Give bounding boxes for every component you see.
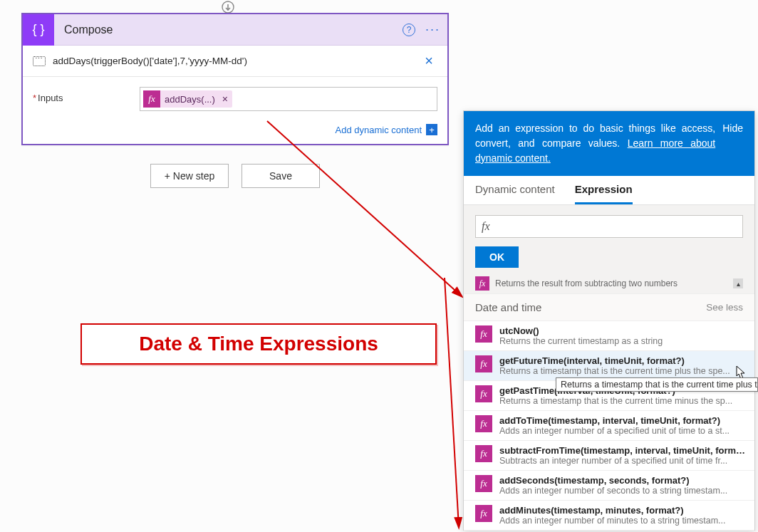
save-button[interactable]: Save — [242, 164, 320, 188]
fx-icon: fx — [475, 385, 492, 402]
compose-action-card: { } Compose ? ··· addDays(triggerBody()[… — [21, 13, 449, 145]
fx-chip-icon: fx — [143, 90, 160, 108]
help-icon[interactable]: ? — [403, 24, 415, 36]
expression-chip[interactable]: fx addDays(...) × — [143, 90, 232, 108]
function-item-subtractfromtime[interactable]: fx subtractFromTime(timestamp, interval,… — [464, 441, 754, 471]
expression-preview-text: addDays(triggerBody()['date'],7,'yyyy-MM… — [53, 56, 420, 66]
function-tooltip: Returns a timestamp that is the current … — [556, 377, 758, 392]
fx-chip-text: addDays(...) — [165, 94, 215, 105]
remove-chip-button[interactable]: × — [219, 93, 231, 105]
category-date-and-time: Date and time See less — [464, 293, 754, 321]
inputs-field[interactable]: fx addDays(...) × — [140, 87, 437, 111]
fx-prefix-icon: fx — [482, 220, 490, 233]
add-dynamic-content-link[interactable]: Add dynamic content + — [336, 124, 437, 135]
expression-icon — [33, 56, 46, 66]
function-item-addseconds[interactable]: fx addSeconds(timestamp, seconds, format… — [464, 471, 754, 501]
inputs-label: *Inputs — [33, 87, 140, 103]
compose-title: Compose — [54, 24, 403, 36]
expression-panel-tabs: Dynamic content Expression — [464, 176, 754, 205]
clear-expression-button[interactable]: × — [420, 53, 437, 69]
hide-panel-button[interactable]: Hide — [722, 121, 743, 136]
fx-icon: fx — [475, 475, 492, 492]
svg-line-1 — [267, 121, 462, 296]
ok-button[interactable]: OK — [475, 246, 519, 268]
expression-preview-row: addDays(triggerBody()['date'],7,'yyyy-MM… — [23, 46, 447, 77]
function-item-getfuturetime[interactable]: fx getFutureTime(interval, timeUnit, for… — [464, 351, 754, 381]
previous-function-row[interactable]: fx Returns the result from subtracting t… — [464, 276, 754, 293]
tab-expression[interactable]: Expression — [575, 183, 633, 204]
function-item-addtotime[interactable]: fx addToTime(timestamp, interval, timeUn… — [464, 411, 754, 441]
compose-icon: { } — [23, 14, 54, 46]
new-step-button[interactable]: + New step — [150, 164, 229, 188]
function-item-addminutes[interactable]: fx addMinutes(timestamp, minutes, format… — [464, 501, 754, 531]
more-menu-ellipsis[interactable]: ··· — [425, 22, 440, 37]
svg-line-2 — [445, 278, 459, 527]
fx-icon: fx — [475, 355, 492, 372]
expression-input[interactable]: fx — [475, 215, 743, 238]
fx-icon: fx — [475, 415, 492, 432]
function-list: fx utcNow() Returns the current timestam… — [464, 321, 754, 531]
scroll-up-button[interactable]: ▴ — [733, 278, 743, 288]
plus-icon: + — [426, 124, 437, 135]
fx-icon: fx — [475, 505, 492, 522]
annotation-label: Date & Time Expressions — [81, 323, 437, 365]
function-item-utcnow[interactable]: fx utcNow() Returns the current timestam… — [464, 321, 754, 351]
fx-icon: fx — [475, 445, 492, 462]
tab-dynamic-content[interactable]: Dynamic content — [475, 183, 555, 204]
compose-card-header: { } Compose ? ··· — [23, 14, 447, 46]
see-less-link[interactable]: See less — [706, 302, 743, 313]
fx-icon: fx — [475, 325, 492, 343]
expression-panel-header: Add an expression to do basic things lik… — [464, 111, 754, 176]
expression-panel: Add an expression to do basic things lik… — [463, 110, 755, 531]
fx-icon: fx — [475, 276, 489, 291]
